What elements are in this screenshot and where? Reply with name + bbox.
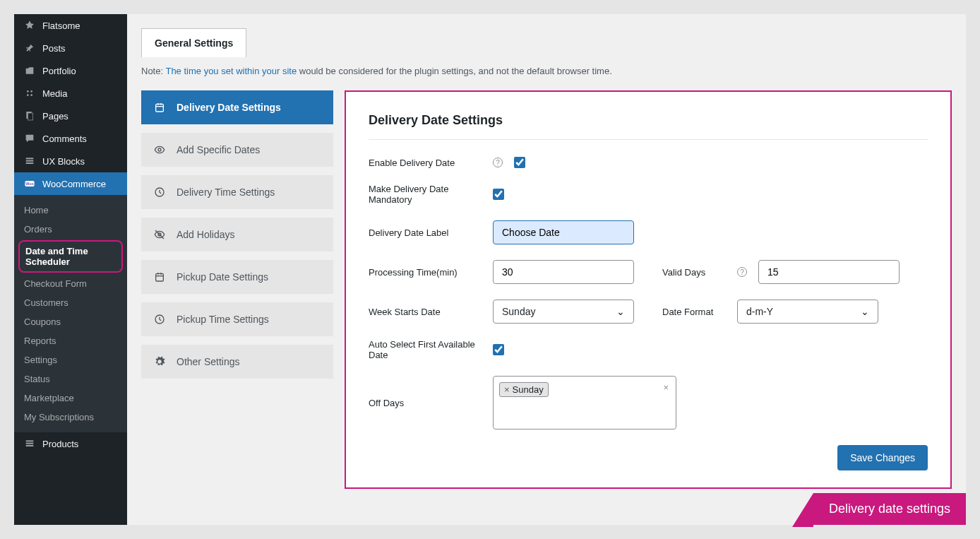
auto-select-label: Auto Select First Available Date [369,339,482,360]
admin-sidebar: FlatsomePostsPortfolioMediaPagesComments… [14,14,127,525]
eye-icon [154,144,167,155]
processing-time-label: Processing Time(min) [369,267,482,278]
submenu-item-date-and-time-scheduler[interactable]: Date and Time Scheduler [18,240,123,273]
sidebar-item-label: Portfolio [42,66,76,76]
eye-slash-icon [154,229,167,240]
caption-banner: Delivery date settings [813,493,966,525]
woocommerce-icon: Woo [23,178,37,189]
svg-point-18 [158,148,161,151]
nav-pickup-date-settings[interactable]: Pickup Date Settings [141,260,333,294]
nav-label: Other Settings [177,356,240,367]
submenu-item-checkout-form[interactable]: Checkout Form [14,274,127,293]
valid-days-label: Valid Days [662,267,726,278]
settings-panel: Delivery Date Settings Enable Delivery D… [345,90,952,489]
svg-point-3 [30,94,32,96]
clock-icon [154,186,167,198]
note-text: Note: The time you set within your site … [141,57,952,90]
svg-rect-22 [156,273,164,281]
sidebar-item-label: Flatsome [42,20,80,31]
sidebar-item-label: WooCommerce [42,179,106,189]
nav-delivery-time-settings[interactable]: Delivery Time Settings [141,175,333,209]
sidebar-item-label: Products [42,439,78,449]
svg-point-0 [27,90,29,93]
auto-select-checkbox[interactable] [493,344,504,355]
sidebar-item-woocommerce[interactable]: Woo WooCommerce [14,172,127,195]
nav-pickup-time-settings[interactable]: Pickup Time Settings [141,302,333,336]
flatsome-icon [23,20,37,31]
nav-delivery-date-settings[interactable]: Delivery Date Settings [141,90,333,124]
woocommerce-submenu: HomeOrdersDate and Time SchedulerCheckou… [14,195,127,432]
enable-delivery-label: Enable Delivery Date [369,158,482,168]
sidebar-item-comments[interactable]: Comments [14,127,127,150]
nav-add-holidays[interactable]: Add Holidays [141,218,333,251]
chevron-down-icon: ⌄ [861,306,869,317]
nav-label: Add Specific Dates [177,144,260,155]
off-days-label: Off Days [369,398,482,408]
submenu-item-my-subscriptions[interactable]: My Subscriptions [14,408,127,427]
mandatory-checkbox[interactable] [493,189,504,200]
nav-label: Pickup Time Settings [177,314,269,325]
svg-rect-13 [26,445,34,446]
nav-other-settings[interactable]: Other Settings [141,345,333,379]
sidebar-item-label: UX Blocks [42,156,85,167]
submenu-item-home[interactable]: Home [14,201,127,220]
settings-nav: Delivery Date SettingsAdd Specific Dates… [141,90,333,387]
processing-time-input[interactable] [493,260,634,284]
sidebar-item-label: Pages [42,111,68,122]
off-days-tags[interactable]: ×Sunday × [493,376,676,430]
svg-rect-5 [28,113,32,120]
sidebar-item-portfolio[interactable]: Portfolio [14,59,127,82]
date-label-input[interactable] [493,220,634,244]
submenu-item-settings[interactable]: Settings [14,350,127,369]
calendar-icon [154,271,167,283]
clear-tags-icon[interactable]: × [663,382,669,393]
help-icon[interactable]: ? [493,158,503,167]
note-link[interactable]: The time you set within your site [165,66,297,76]
valid-days-input[interactable] [758,260,900,284]
date-label-label: Delivery Date Label [369,227,482,238]
panel-heading: Delivery Date Settings [369,113,928,140]
sidebar-item-label: Posts [42,43,66,54]
svg-rect-8 [26,162,34,164]
submenu-item-reports[interactable]: Reports [14,331,127,350]
pin-icon [23,42,37,54]
svg-point-1 [30,90,32,93]
block-icon [23,155,37,167]
portfolio-icon [23,65,37,76]
remove-tag-icon[interactable]: × [504,384,510,395]
media-icon [23,88,37,99]
sidebar-item-flatsome[interactable]: Flatsome [14,14,127,37]
tag-sunday[interactable]: ×Sunday [499,382,549,397]
svg-rect-11 [26,440,34,442]
svg-text:Woo: Woo [25,182,34,186]
submenu-item-customers[interactable]: Customers [14,293,127,312]
help-icon[interactable]: ? [737,267,747,277]
tab-general-settings[interactable]: General Settings [141,28,246,57]
enable-delivery-checkbox[interactable] [514,157,525,168]
page-icon [23,110,37,122]
comment-icon [23,133,37,144]
sidebar-item-media[interactable]: Media [14,82,127,105]
calendar-icon [154,102,167,113]
sidebar-item-pages[interactable]: Pages [14,105,127,127]
chevron-down-icon: ⌄ [616,306,625,317]
submenu-item-status[interactable]: Status [14,369,127,389]
sidebar-item-ux-blocks[interactable]: UX Blocks [14,150,127,172]
nav-label: Delivery Date Settings [177,102,281,113]
sidebar-item-label: Media [42,88,67,99]
sidebar-item-products[interactable]: Products [14,432,127,455]
nav-add-specific-dates[interactable]: Add Specific Dates [141,133,333,167]
date-format-label: Date Format [662,307,726,317]
main-content: General Settings Note: The time you set … [127,14,966,525]
submenu-item-coupons[interactable]: Coupons [14,312,127,331]
save-changes-button[interactable]: Save Changes [837,445,928,470]
svg-rect-12 [26,443,34,444]
date-format-select[interactable]: d-m-Y ⌄ [737,300,878,324]
submenu-item-orders[interactable]: Orders [14,220,127,239]
sidebar-item-label: Comments [42,134,87,144]
submenu-item-marketplace[interactable]: Marketplace [14,389,127,408]
svg-point-2 [27,94,29,96]
sidebar-item-posts[interactable]: Posts [14,37,127,59]
clock-icon [154,314,167,325]
week-start-select[interactable]: Sunday ⌄ [493,300,634,324]
